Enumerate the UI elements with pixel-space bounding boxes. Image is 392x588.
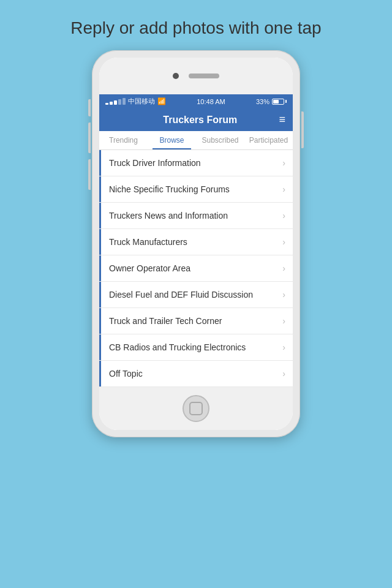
forum-item-label: CB Radios and Trucking Electronics [109,342,282,352]
forum-list-item[interactable]: Truck Manufacturers› [99,229,293,255]
forum-item-label: Truck Manufacturers [109,237,282,247]
tab-participated[interactable]: Participated [244,131,293,149]
power-button[interactable] [301,111,304,148]
tabs-bar: Trending Browse Subscribed Participated [99,131,293,150]
battery-icon [272,99,287,105]
chevron-right-icon: › [282,184,285,194]
chevron-right-icon: › [282,263,285,273]
tab-subscribed[interactable]: Subscribed [196,131,244,149]
tab-trending[interactable]: Trending [99,131,148,149]
chevron-right-icon: › [282,158,285,168]
chevron-right-icon: › [282,211,285,221]
nav-bar: Truckers Forum ≡ [99,108,293,131]
status-bar: 中国移动 📶 10:48 AM 33% [99,94,293,108]
chevron-right-icon: › [282,369,285,379]
forum-item-label: Niche Specific Trucking Forums [109,184,282,194]
wifi-icon: 📶 [157,97,166,105]
volume-up-button[interactable] [88,123,91,153]
forum-item-label: Owner Operator Area [109,263,282,273]
camera-icon [173,73,179,79]
forum-item-label: Off Topic [109,369,282,379]
carrier-label: 中国移动 [128,97,155,106]
phone-bottom-hardware [99,387,293,430]
forum-list-item[interactable]: Truck and Trailer Tech Corner› [99,308,293,334]
headline: Reply or add photos with one tap [58,18,333,38]
clock: 10:48 AM [197,98,225,105]
chevron-right-icon: › [282,290,285,300]
forum-list-item[interactable]: Off Topic› [99,361,293,387]
signal-icon [105,98,126,105]
forum-item-label: Truck Driver Information [109,158,282,168]
volume-down-button[interactable] [88,159,91,190]
chevron-right-icon: › [282,237,285,247]
phone-top-hardware [99,58,293,94]
chevron-right-icon: › [282,316,285,326]
menu-button[interactable]: ≡ [279,113,285,126]
forum-item-label: Truck and Trailer Tech Corner [109,316,282,326]
forum-list-item[interactable]: Truckers News and Information› [99,203,293,229]
right-side-buttons [301,111,304,148]
chevron-right-icon: › [282,342,285,352]
phone-frame: 中国移动 📶 10:48 AM 33% Truckers Forum ≡ [92,50,300,437]
mute-button[interactable] [88,99,91,116]
battery-pct-label: 33% [256,98,270,105]
speaker-icon [189,74,219,78]
forum-list-item[interactable]: Diesel Fuel and DEF Fluid Discussion› [99,282,293,308]
forum-list-item[interactable]: Truck Driver Information› [99,150,293,176]
nav-title: Truckers Forum [121,115,279,126]
tab-browse[interactable]: Browse [148,131,196,149]
forum-item-label: Diesel Fuel and DEF Fluid Discussion [109,290,282,300]
forum-list: Truck Driver Information›Niche Specific … [99,150,293,387]
home-button[interactable] [183,395,209,422]
forum-list-item[interactable]: Owner Operator Area› [99,255,293,282]
left-side-buttons [88,99,91,190]
forum-item-label: Truckers News and Information [109,211,282,221]
forum-list-item[interactable]: CB Radios and Trucking Electronics› [99,334,293,361]
forum-list-item[interactable]: Niche Specific Trucking Forums› [99,176,293,203]
phone-screen: 中国移动 📶 10:48 AM 33% Truckers Forum ≡ [99,58,293,430]
